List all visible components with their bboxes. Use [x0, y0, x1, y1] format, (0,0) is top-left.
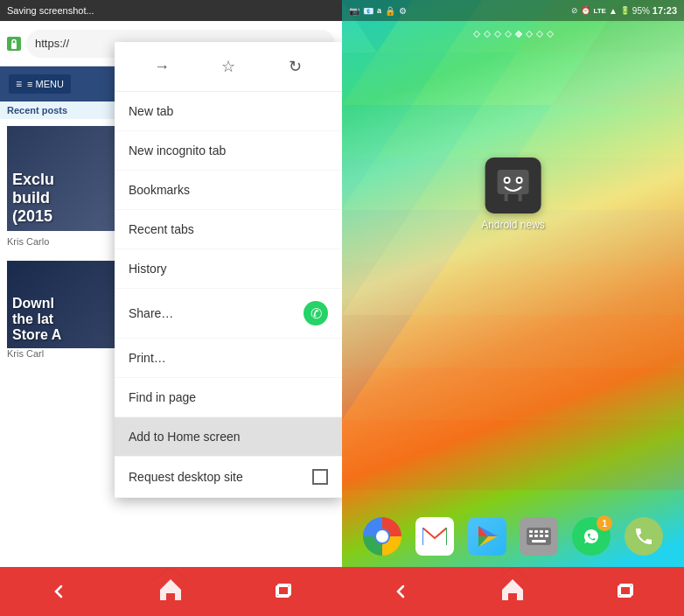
android-news-app-icon[interactable]: Android news — [481, 158, 545, 231]
playstore-dock-icon[interactable] — [466, 515, 508, 557]
svg-rect-41 — [519, 194, 522, 201]
menu-icon: ≡ — [16, 78, 22, 90]
svg-rect-51 — [529, 530, 533, 533]
recents-button-right[interactable] — [601, 567, 650, 616]
signal-bars: ▲ — [609, 6, 618, 16]
menu-item-share[interactable]: Share… ✆ — [115, 289, 342, 339]
status-bar-right: 📷 📧 a 🔒 ⚙ ⊘ ⏰ LTE ▲ 🔋 95% 17:23 — [342, 0, 684, 21]
gmail-dock-icon[interactable] — [414, 515, 456, 557]
menu-item-incognito[interactable]: New incognito tab — [115, 131, 342, 171]
page-dot-1 — [483, 31, 490, 38]
page-dot-0 — [472, 31, 479, 38]
page-dots-indicator — [342, 32, 684, 37]
desktop-site-checkbox[interactable] — [312, 469, 328, 485]
svg-rect-53 — [540, 530, 543, 533]
no-sim-icon: ⊘ — [571, 6, 578, 15]
home-button-right[interactable] — [493, 565, 532, 609]
left-panel: Saving screenshot... https:// ≡ ≡ MENU R… — [0, 0, 342, 616]
url-text: https:// — [35, 37, 69, 50]
phone-icon — [625, 517, 663, 556]
refresh-button[interactable]: ↻ — [279, 51, 311, 82]
alarm-icon: ⏰ — [581, 6, 590, 15]
refresh-icon: ↻ — [289, 57, 302, 76]
menu-item-share-label: Share… — [129, 306, 173, 320]
recents-button-left[interactable] — [259, 567, 308, 616]
menu-item-print[interactable]: Print… — [115, 339, 342, 378]
svg-rect-0 — [11, 43, 17, 49]
bottom-dock: 1 — [342, 506, 684, 567]
notification-icon-2: 📧 — [363, 6, 373, 16]
page-dot-7 — [546, 31, 553, 38]
keyboard-icon — [520, 517, 558, 556]
menu-item-bookmarks-label: Bookmarks — [129, 183, 190, 197]
status-bar-left: Saving screenshot... — [0, 0, 342, 21]
menu-item-find[interactable]: Find in page — [115, 378, 342, 417]
svg-rect-40 — [505, 194, 508, 201]
bottom-nav-left — [0, 567, 342, 616]
battery-pct: 95% — [632, 6, 650, 16]
playstore-icon — [468, 517, 506, 556]
gmail-icon — [415, 517, 454, 556]
svg-rect-52 — [534, 530, 538, 533]
svg-point-39 — [518, 178, 521, 182]
whatsapp-dock-icon[interactable]: 1 — [570, 515, 612, 557]
notification-icon-3: a — [377, 6, 381, 15]
menu-item-bookmarks[interactable]: Bookmarks — [115, 171, 342, 210]
svg-marker-34 — [342, 420, 684, 490]
svg-rect-55 — [529, 535, 533, 537]
svg-rect-63 — [508, 593, 517, 600]
whatsapp-icon: 1 — [572, 517, 611, 556]
menu-item-history[interactable]: History — [115, 249, 342, 289]
forward-icon: → — [154, 58, 170, 76]
menu-label: ≡ MENU — [27, 79, 64, 89]
home-button-left[interactable] — [151, 565, 190, 609]
right-panel: 📷 📧 a 🔒 ⚙ ⊘ ⏰ LTE ▲ 🔋 95% 17:23 — [342, 0, 684, 616]
menu-item-recent-tabs-label: Recent tabs — [129, 222, 194, 236]
svg-marker-33 — [342, 368, 684, 420]
time-display: 17:23 — [653, 5, 677, 16]
svg-rect-59 — [532, 540, 546, 542]
svg-marker-29 — [412, 262, 684, 315]
lock-icon — [7, 37, 21, 51]
back-button-right[interactable] — [376, 567, 425, 616]
page-dot-3 — [504, 31, 511, 38]
menu-toolbar-row: → ☆ ↻ — [115, 42, 342, 92]
menu-item-new-tab[interactable]: New tab — [115, 92, 342, 131]
blog-post-1-title: Exclubuild(2015 — [12, 171, 54, 226]
menu-item-print-label: Print… — [129, 351, 166, 365]
svg-rect-56 — [534, 535, 538, 537]
status-icons-left: 📷 📧 a 🔒 ⚙ — [349, 6, 407, 16]
status-icons-right: ⊘ ⏰ LTE ▲ 🔋 95% 17:23 — [571, 5, 677, 16]
keyboard-dock-icon[interactable] — [518, 515, 560, 557]
notification-icon-4: 🔒 — [385, 6, 395, 16]
chrome-dock-icon[interactable] — [361, 515, 403, 557]
bookmark-button[interactable]: ☆ — [213, 51, 244, 82]
chrome-inner-circle — [374, 528, 390, 544]
whatsapp-share-icon: ✆ — [304, 301, 328, 326]
dropdown-menu: → ☆ ↻ New tab New incognito tab Bookmark… — [115, 42, 342, 498]
menu-item-recent-tabs[interactable]: Recent tabs — [115, 210, 342, 249]
back-button-left[interactable] — [34, 567, 83, 616]
menu-item-desktop[interactable]: Request desktop site — [115, 457, 342, 498]
page-dot-6 — [535, 31, 542, 38]
svg-rect-58 — [545, 535, 548, 537]
svg-rect-54 — [545, 530, 548, 533]
bottom-nav-right — [342, 567, 684, 616]
menu-item-add-home-label: Add to Home screen — [129, 430, 241, 444]
svg-rect-3 — [166, 593, 175, 600]
app-icon-box — [485, 158, 541, 214]
android-news-label: Android news — [481, 219, 545, 231]
saving-status-text: Saving screenshot... — [7, 5, 94, 16]
svg-point-38 — [506, 178, 509, 182]
menu-item-new-tab-label: New tab — [129, 104, 173, 118]
menu-item-find-label: Find in page — [129, 390, 196, 404]
blog-menu-button[interactable]: ≡ ≡ MENU — [9, 74, 71, 94]
phone-dock-icon[interactable] — [623, 515, 665, 557]
whatsapp-badge: 1 — [597, 515, 612, 531]
menu-item-desktop-label: Request desktop site — [129, 470, 243, 484]
page-dot-4-active — [514, 31, 521, 38]
menu-item-add-home[interactable]: Add to Home screen — [115, 417, 342, 457]
page-dot-2 — [493, 31, 500, 38]
chrome-icon — [363, 517, 401, 556]
forward-button[interactable]: → — [146, 51, 178, 82]
